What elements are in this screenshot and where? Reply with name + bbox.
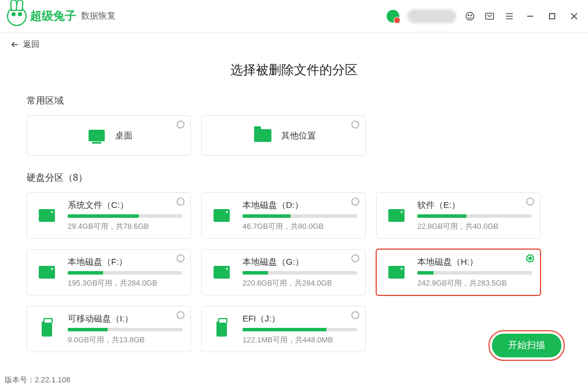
partition-label: 可移动磁盘（I:） <box>68 313 182 324</box>
feedback-icon[interactable] <box>484 10 495 22</box>
partition-info: 122.1MB可用，共448.0MB <box>242 335 357 345</box>
disk-icon <box>214 209 230 222</box>
partition-label: 本地磁盘（D:） <box>242 200 357 211</box>
usage-bar <box>242 271 357 275</box>
user-name-blurred <box>407 9 456 23</box>
arrow-left-icon <box>10 40 20 49</box>
partition-label: EFI（J:） <box>242 313 357 324</box>
folder-icon <box>254 129 271 142</box>
card-icon <box>210 261 233 284</box>
minimize-icon[interactable] <box>523 9 537 23</box>
partition-label: 系统文件（C:） <box>68 200 182 211</box>
svg-rect-8 <box>550 13 555 19</box>
usage-bar <box>417 214 532 218</box>
card-text: 软件（E:）22.8GB可用，共40.0GB <box>417 200 532 232</box>
partition-info: 242.9GB可用，共283.5GB <box>417 278 532 288</box>
svg-point-2 <box>471 14 472 16</box>
footer: 版本号：2.22.1.108 <box>5 375 70 385</box>
partition-info: 46.7GB可用，共80.0GB <box>242 221 357 232</box>
usage-bar-fill <box>242 214 291 218</box>
card-text: 本地磁盘（D:）46.7GB可用，共80.0GB <box>242 200 357 232</box>
radio-indicator <box>177 198 185 206</box>
radio-indicator <box>351 254 359 262</box>
page-title: 选择被删除文件的分区 <box>0 61 588 79</box>
radio-indicator <box>177 254 185 262</box>
partition-card-i[interactable]: 可移动磁盘（I:）9.0GB可用，共13.8GB <box>27 306 191 352</box>
location-card-other[interactable]: 其他位置 <box>201 115 366 156</box>
monitor-icon <box>89 130 105 141</box>
card-text: 可移动磁盘（I:）9.0GB可用，共13.8GB <box>68 313 182 345</box>
disk-icon <box>388 266 405 279</box>
content: 常用区域 桌面其他位置 硬盘分区（8） 系统文件（C:）29.4GB可用，共78… <box>0 95 588 352</box>
partition-info: 29.4GB可用，共78.6GB <box>68 221 182 232</box>
usage-bar <box>68 214 182 218</box>
partition-info: 195.3GB可用，共284.0GB <box>68 278 182 288</box>
brand-main: 超级兔子 <box>30 8 76 24</box>
svg-point-1 <box>468 14 469 16</box>
card-icon <box>85 124 108 147</box>
partition-card-d[interactable]: 本地磁盘（D:）46.7GB可用，共80.0GB <box>201 192 366 239</box>
location-card-desktop[interactable]: 桌面 <box>27 115 191 156</box>
radio-indicator <box>351 311 359 319</box>
partition-label: 本地磁盘（F:） <box>68 257 182 268</box>
radio-indicator <box>177 120 185 129</box>
partition-card-g[interactable]: 本地磁盘（G:）220.6GB可用，共284.0GB <box>201 249 366 295</box>
card-text: 系统文件（C:）29.4GB可用，共78.6GB <box>68 200 182 232</box>
radio-indicator <box>351 120 359 129</box>
card-text: 本地磁盘（G:）220.6GB可用，共284.0GB <box>242 257 357 288</box>
usage-bar-fill <box>417 214 466 218</box>
disk-icon <box>39 266 55 279</box>
bunny-icon <box>7 6 27 26</box>
user-avatar-icon[interactable] <box>387 10 399 23</box>
close-icon[interactable] <box>567 9 581 23</box>
card-text: 本地磁盘（F:）195.3GB可用，共284.0GB <box>68 257 182 288</box>
card-icon <box>385 261 408 284</box>
partition-card-c[interactable]: 系统文件（C:）29.4GB可用，共78.6GB <box>27 192 191 239</box>
scan-button[interactable]: 开始扫描 <box>492 334 561 357</box>
support-icon[interactable] <box>464 10 476 22</box>
usage-bar-fill <box>417 271 433 275</box>
partition-info: 220.6GB可用，共284.0GB <box>242 278 357 288</box>
usage-bar <box>68 328 182 331</box>
partition-info: 22.8GB可用，共40.0GB <box>417 221 532 232</box>
card-icon <box>35 261 58 284</box>
usage-bar-fill <box>68 214 139 218</box>
back-button[interactable]: 返回 <box>0 32 588 50</box>
usage-bar <box>242 214 357 218</box>
card-label: 桌面 <box>115 130 133 141</box>
card-text: EFI（J:）122.1MB可用，共448.0MB <box>242 313 357 345</box>
svg-point-0 <box>466 12 474 20</box>
partition-card-h[interactable]: 本地磁盘（H:）242.9GB可用，共283.5GB <box>376 249 541 295</box>
usage-bar-fill <box>242 271 268 275</box>
radio-indicator <box>177 311 185 319</box>
radio-indicator <box>526 254 534 262</box>
back-label: 返回 <box>23 39 39 50</box>
version-prefix: 版本号： <box>5 375 35 384</box>
card-icon <box>251 124 274 147</box>
maximize-icon[interactable] <box>545 9 559 23</box>
card-icon <box>210 204 233 227</box>
usage-bar <box>417 271 532 275</box>
partition-label: 本地磁盘（G:） <box>242 257 357 268</box>
card-label: 其他位置 <box>281 130 316 141</box>
usage-bar-fill <box>68 271 103 275</box>
version-number: 2.22.1.108 <box>35 375 70 384</box>
section-disk-label: 硬盘分区（8） <box>27 172 561 184</box>
partition-card-e[interactable]: 软件（E:）22.8GB可用，共40.0GB <box>376 192 541 239</box>
disk-icon <box>39 209 55 222</box>
partition-card-j[interactable]: EFI（J:）122.1MB可用，共448.0MB <box>201 306 366 352</box>
brand-sub: 数据恢复 <box>81 10 116 21</box>
usage-bar <box>242 328 357 331</box>
usage-bar-fill <box>68 328 108 331</box>
partition-info: 9.0GB可用，共13.8GB <box>68 335 182 345</box>
card-icon <box>385 204 408 227</box>
radio-indicator <box>351 198 359 206</box>
header-right <box>387 9 581 23</box>
disk-icon <box>214 266 230 279</box>
card-text: 本地磁盘（H:）242.9GB可用，共283.5GB <box>417 257 532 288</box>
partitions-row: 系统文件（C:）29.4GB可用，共78.6GB本地磁盘（D:）46.7GB可用… <box>27 192 561 352</box>
usage-bar-fill <box>242 328 326 331</box>
disk-icon <box>388 209 405 222</box>
menu-icon[interactable] <box>504 10 515 22</box>
partition-card-f[interactable]: 本地磁盘（F:）195.3GB可用，共284.0GB <box>27 249 191 295</box>
